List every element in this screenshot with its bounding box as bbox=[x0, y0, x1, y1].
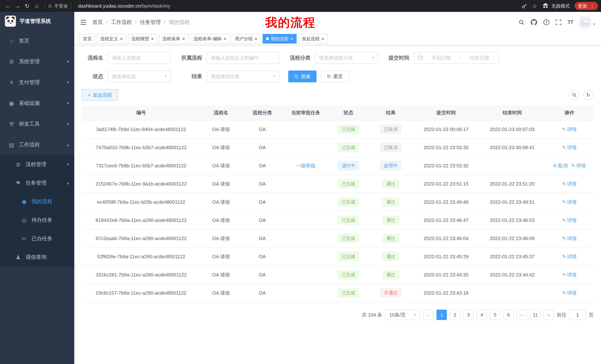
status-tag: 已完成 bbox=[338, 143, 359, 152]
sidebar-item-infrastructure[interactable]: ▣ 基础设施 ▾ bbox=[0, 93, 74, 114]
app-logo[interactable]: 芋道管理系统 bbox=[0, 12, 74, 30]
close-icon[interactable]: × bbox=[182, 36, 185, 41]
next-page-button[interactable]: › bbox=[543, 310, 554, 320]
sidebar-item-process-management[interactable]: ≣ 流程管理 ▾ bbox=[0, 155, 74, 174]
page-button-4[interactable]: 4 bbox=[477, 310, 487, 320]
breadcrumb-item-workflow[interactable]: 工作流程 bbox=[111, 19, 132, 26]
page-button-5[interactable]: 5 bbox=[490, 310, 500, 320]
close-icon[interactable]: × bbox=[224, 36, 226, 41]
detail-link[interactable]: ✎详情 bbox=[562, 199, 577, 205]
sidebar-item-system[interactable]: ⚙ 系统管理 ▾ bbox=[0, 51, 74, 72]
passkey-icon[interactable] bbox=[522, 3, 527, 9]
github-icon[interactable] bbox=[531, 19, 537, 25]
category-select[interactable]: 请选择流程分类 ▾ bbox=[315, 52, 378, 64]
browser-home-button[interactable]: ⌂ bbox=[32, 1, 42, 11]
more-pages-button[interactable]: ··· bbox=[517, 310, 527, 320]
page-button-11[interactable]: 11 bbox=[530, 310, 541, 320]
avatar[interactable] bbox=[580, 17, 591, 28]
incognito-badge[interactable]: 无痕模式 bbox=[542, 2, 570, 10]
search-icon[interactable] bbox=[519, 19, 524, 25]
status-tag: 进行中 bbox=[338, 161, 359, 170]
process-id-input[interactable] bbox=[207, 52, 279, 64]
bookmark-star-icon[interactable]: ☆ bbox=[532, 3, 537, 9]
sidebar-item-my-process[interactable]: ◉ 我的流程 bbox=[0, 192, 74, 211]
toggle-search-button[interactable] bbox=[569, 90, 580, 100]
home-icon: ⌂ bbox=[7, 38, 16, 44]
page-button-1[interactable]: 1 bbox=[436, 310, 447, 320]
process-name-input[interactable] bbox=[108, 52, 171, 64]
page-button-6[interactable]: 6 bbox=[503, 310, 514, 320]
tab-process-form[interactable]: 流程表单 × bbox=[159, 34, 188, 44]
screen: ← → ↻ ⌂ ⚠ 不安全 dashboard.yudao.iocoder.cn… bbox=[0, 0, 601, 364]
current-task-link[interactable]: 一级审批 bbox=[296, 163, 315, 169]
detail-link[interactable]: ✎详情 bbox=[562, 272, 577, 278]
cell-name: OA 请假 bbox=[200, 193, 241, 211]
cell-name: OA 请假 bbox=[200, 157, 241, 175]
tab-process-form-edit[interactable]: 流程表单-编辑 × bbox=[190, 34, 230, 44]
tab-start-process[interactable]: 发起流程 × bbox=[299, 34, 328, 44]
sidebar-item-leave-query[interactable]: ♟ 请假查询 bbox=[0, 248, 74, 266]
page-size-select[interactable]: 10条/页 ▾ bbox=[385, 310, 420, 320]
goto-page-input[interactable] bbox=[570, 310, 586, 320]
cancel-link[interactable]: ⊘取消 bbox=[553, 163, 568, 169]
close-icon[interactable]: × bbox=[290, 36, 293, 41]
detail-link[interactable]: ✎详情 bbox=[562, 290, 577, 296]
refresh-table-button[interactable]: ↻ bbox=[583, 90, 594, 100]
help-icon[interactable]: ? bbox=[543, 19, 549, 25]
browser-menu-icon[interactable]: ⋮ bbox=[590, 3, 595, 9]
prev-page-button[interactable]: ‹ bbox=[423, 310, 433, 320]
browser-forward-button[interactable]: → bbox=[13, 1, 22, 11]
detail-link[interactable]: ✎详情 bbox=[562, 253, 577, 260]
result-tag: 通过 bbox=[383, 270, 399, 279]
cell-id: 7317cec6-7b9b-11ec-b5b7-acde48001122 bbox=[82, 157, 200, 175]
tab-process-definition[interactable]: 流程定义 × bbox=[97, 34, 126, 44]
tab-user-group[interactable]: 用户分组 × bbox=[232, 34, 261, 44]
result-label: 结果 bbox=[180, 73, 202, 80]
browser-back-button[interactable]: ← bbox=[3, 1, 13, 11]
active-dot bbox=[266, 37, 269, 40]
sidebar-item-task-management[interactable]: ⚑ 任务管理 ▴ bbox=[0, 174, 74, 192]
detail-link[interactable]: ✎详情 bbox=[562, 144, 577, 151]
result-select[interactable]: 请选择流结果 ▾ bbox=[207, 70, 279, 82]
status-select[interactable]: 请选择状态 ▾ bbox=[108, 70, 171, 82]
detail-link[interactable]: ✎详情 bbox=[562, 235, 577, 242]
close-icon[interactable]: × bbox=[255, 36, 257, 41]
security-indicator[interactable]: ⚠ 不安全 bbox=[48, 3, 68, 9]
page-button-3[interactable]: 3 bbox=[463, 310, 474, 320]
search-button[interactable]: 搜索 bbox=[288, 70, 316, 82]
detail-link[interactable]: ✎详情 bbox=[571, 163, 586, 169]
start-process-button[interactable]: + 发起流程 bbox=[82, 89, 118, 101]
detail-link[interactable]: ✎详情 bbox=[562, 181, 577, 187]
breadcrumb-item-task-management[interactable]: 任务管理 bbox=[140, 19, 161, 26]
cell-end-time: 2022-01-22 23:51:20 bbox=[479, 175, 545, 193]
close-icon[interactable]: × bbox=[120, 36, 123, 41]
detail-link[interactable]: ✎详情 bbox=[562, 126, 577, 133]
sidebar-item-devtools[interactable]: ⚒ 研发工具 ▾ bbox=[0, 114, 74, 134]
sidebar-item-done-tasks[interactable]: ✂ 已办任务 bbox=[0, 229, 74, 248]
fullscreen-icon[interactable] bbox=[556, 19, 561, 25]
close-icon[interactable]: × bbox=[151, 36, 154, 41]
browser-update-button[interactable]: 更新 ⋮ bbox=[575, 2, 598, 10]
breadcrumb-item-home[interactable]: 首页 bbox=[92, 19, 103, 26]
font-size-icon[interactable]: TT bbox=[568, 19, 573, 25]
detail-link[interactable]: ✎详情 bbox=[562, 217, 577, 224]
tab-home[interactable]: 首页 bbox=[80, 34, 95, 44]
browser-reload-button[interactable]: ↻ bbox=[22, 1, 32, 11]
cell-category: OA bbox=[241, 138, 283, 157]
tab-my-process[interactable]: 我的流程 × bbox=[263, 34, 297, 44]
date-range-picker[interactable]: 开始日期 - 结束日期 bbox=[414, 52, 499, 64]
sidebar-item-label: 系统管理 bbox=[19, 58, 40, 65]
sidebar-collapse-button[interactable] bbox=[80, 20, 87, 25]
page-button-2[interactable]: 2 bbox=[450, 310, 460, 320]
sidebar-item-payment[interactable]: ¥ 支付管理 ▾ bbox=[0, 72, 74, 93]
refresh-icon: ↻ bbox=[327, 74, 331, 79]
address-bar[interactable]: dashboard.yudao.iocoder.cn/bpm/task/my bbox=[78, 3, 170, 9]
tab-process-model[interactable]: 流程模型 × bbox=[128, 34, 157, 44]
sidebar-item-workflow[interactable]: ▤ 工作流程 ▴ bbox=[0, 134, 74, 155]
close-icon[interactable]: × bbox=[321, 36, 324, 41]
reset-button[interactable]: ↻ 重置 bbox=[321, 70, 349, 82]
sidebar-item-home[interactable]: ⌂ 首页 bbox=[0, 30, 74, 51]
sidebar-item-todo-tasks[interactable]: ◎ 待办任务 bbox=[0, 211, 74, 229]
cell-category: OA bbox=[241, 157, 283, 175]
breadcrumb-item-current: 我的流程 bbox=[169, 19, 190, 26]
